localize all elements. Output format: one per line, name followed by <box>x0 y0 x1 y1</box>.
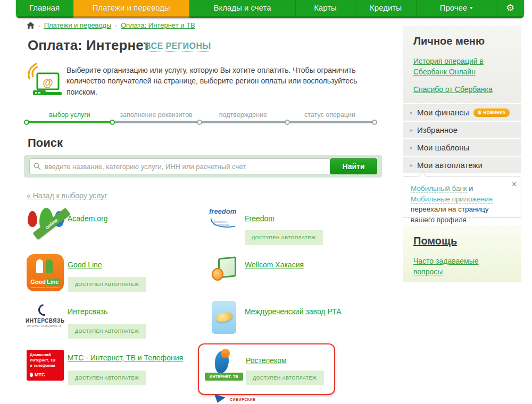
notice-pointer <box>418 172 427 181</box>
provider-link-mzrta[interactable]: Междуреченский завод РТА <box>245 307 342 316</box>
mobile-apps-link[interactable]: Мобильные приложения <box>411 195 493 204</box>
history-link[interactable]: История операций в Сбербанк Онлайн <box>413 56 511 78</box>
provider-link-mts[interactable]: МТС - Интернет, ТВ и Телефония <box>68 354 183 362</box>
step-label-operation-status: статус операции <box>290 111 370 119</box>
academ-pin-red <box>28 211 37 227</box>
faq-link[interactable]: Часто задаваемые вопросы <box>413 256 488 277</box>
provider-link-academ[interactable]: Academ.org <box>68 214 107 223</box>
provider-link-intersvyaz[interactable]: Интерсвязь <box>68 307 107 316</box>
step-label-confirmation: подтверждение <box>203 111 283 119</box>
step-dot <box>24 120 29 125</box>
sberbank-online-page: Главная Платежи и переводы Вклады и счет… <box>0 0 532 404</box>
nav-tab-payments[interactable]: Платежи и переводы <box>73 0 189 18</box>
breadcrumb-separator: › <box>38 22 40 29</box>
rostelecom-internet-tv-tag: ИНТЕРНЕТ, ТВ <box>205 373 243 381</box>
wellcom-coin <box>212 268 223 281</box>
home-icon[interactable] <box>27 22 35 29</box>
personal-menu-box: Личное меню История операций в Сбербанк … <box>403 26 521 103</box>
page-title: Оплата: Интернет <box>28 37 150 54</box>
nav-tab-home[interactable]: Главная <box>16 0 73 18</box>
breadcrumb-separator: › <box>115 22 117 29</box>
provider-logo-intersvyaz[interactable]: ИНТЕРСВЯЗЬ ИНТЕРНЕТ И КАБЕЛЬНОЕ ТВ <box>26 304 63 330</box>
nav-settings-button[interactable]: ⚙ <box>496 0 524 18</box>
progress-segment <box>200 121 287 123</box>
rostelecom-swirl-orange <box>221 349 230 358</box>
svg-text:@: @ <box>43 77 53 88</box>
personal-menu-title: Личное меню <box>413 35 511 47</box>
spasibo-link[interactable]: Спасибо от Сбербанка <box>413 84 511 95</box>
provider-link-freedom[interactable]: Freedom <box>245 214 275 223</box>
goodline-figure-white <box>36 259 43 273</box>
provider-link-goodline[interactable]: Good Line <box>68 260 102 269</box>
sidebar-item-my-autopayments[interactable]: ▸ Мои автоплатежи <box>403 157 521 173</box>
progress-segment <box>287 121 375 123</box>
provider-logo-wellcom[interactable] <box>212 256 239 283</box>
chevron-down-icon: ▾ <box>470 5 472 11</box>
mobile-bank-link[interactable]: Мобильный банк <box>411 184 467 193</box>
mts-egg-icon <box>30 373 33 377</box>
autopay-badge-freedom: ДОСТУПЕН АВТОПЛАТЕЖ <box>245 230 323 245</box>
chevron-right-icon: ▸ <box>410 127 413 133</box>
breadcrumb: › Платежи и переводы › Оплата: Интернет … <box>27 21 195 29</box>
nav-tab-deposits[interactable]: Вклады и счета <box>189 0 296 18</box>
provider-logo-rostelecom[interactable] <box>212 349 233 374</box>
search-submit-button[interactable]: Найти <box>330 158 377 174</box>
nav-tab-credits[interactable]: Кредиты <box>355 0 417 18</box>
search-input[interactable] <box>29 158 331 174</box>
provider-logo-freedom[interactable]: freedom Интернет и телевидение <box>209 207 239 234</box>
chevron-right-icon: ▸ <box>410 145 413 150</box>
provider-link-wellcom[interactable]: Wellcom Хакасия <box>245 260 304 269</box>
progress-segment-active <box>27 121 112 123</box>
sidebar-item-my-templates[interactable]: ▸ Мои шаблоны <box>403 139 521 156</box>
provider-link-rostelecom[interactable]: Ростелеком <box>246 356 287 365</box>
provider-logo-academ[interactable]: online <box>27 204 66 243</box>
novinka-badge: ✱НОВИНКА <box>473 108 510 117</box>
breadcrumb-link-internet-tv[interactable]: Оплата: Интернет и ТВ <box>121 21 195 29</box>
provider-logo-mzrta[interactable] <box>212 301 236 334</box>
step-dot <box>110 120 115 125</box>
chevron-right-icon: ▸ <box>410 162 413 168</box>
autopay-badge-mts: ДОСТУПЕН АВТОПЛАТЕЖ <box>68 371 146 385</box>
chevron-right-icon: ▸ <box>410 110 413 115</box>
nav-tab-other[interactable]: Прочее▾ <box>417 0 496 18</box>
help-box: Помощь Часто задаваемые вопросы <box>403 225 521 282</box>
autopay-badge-intersvyaz: ДОСТУПЕН АВТОПЛАТЕЖ <box>68 324 146 339</box>
step-dot <box>197 120 202 125</box>
nav-tab-cards[interactable]: Карты <box>296 0 355 18</box>
search-bar: Найти <box>24 155 382 178</box>
breadcrumb-link-payments[interactable]: Платежи и переводы <box>44 21 112 29</box>
all-regions-link[interactable]: ВСЕ РЕГИОНЫ <box>145 41 211 52</box>
close-icon[interactable]: × <box>512 178 517 190</box>
sidebar-item-favorites[interactable]: ▸ Избранное <box>403 122 521 138</box>
sibseti-logo-partial <box>212 394 225 404</box>
profile-move-notification: × Мобильный банк и Мобильные приложения … <box>403 176 521 218</box>
step-label-fill-details: заполнение реквизитов <box>115 111 197 119</box>
provider-logo-mts[interactable]: Домашний Интернет, ТВ и телефония МТС <box>27 350 64 381</box>
step-label-select-service: выбор услуги <box>35 111 104 119</box>
provider-logo-goodline[interactable]: GoodLine компьютерная сеть Кузбасса <box>27 254 64 291</box>
help-title[interactable]: Помощь <box>413 235 511 247</box>
top-nav: Главная Платежи и переводы Вклады и счет… <box>16 0 524 18</box>
goodline-figure-green <box>46 259 53 273</box>
mzrta-dish <box>215 311 234 323</box>
autopay-badge-goodline: ДОСТУПЕН АВТОПЛАТЕЖ <box>68 277 146 292</box>
autopay-badge-rostelecom: ДОСТУПЕН АВТОПЛАТЕЖ <box>246 371 324 385</box>
progress-segment <box>112 121 200 123</box>
sparkle-icon: ✱ <box>478 110 482 115</box>
step-dot <box>285 120 290 125</box>
sidebar-item-my-finances[interactable]: ▸ Мои финансы ✱НОВИНКА <box>403 104 521 121</box>
sibseti-logo-text: СИБИРСКИЕ <box>230 398 255 401</box>
step-dot <box>372 120 377 125</box>
search-heading: Поиск <box>28 136 63 150</box>
back-to-services-link[interactable]: « Назад к выбору услуг <box>27 191 107 200</box>
page-description: Выберите организацию или услугу, которую… <box>66 65 375 97</box>
gear-icon: ⚙ <box>506 2 514 14</box>
intersvyaz-symbol <box>36 302 53 318</box>
internet-laptop-icon: @ <box>26 63 65 99</box>
